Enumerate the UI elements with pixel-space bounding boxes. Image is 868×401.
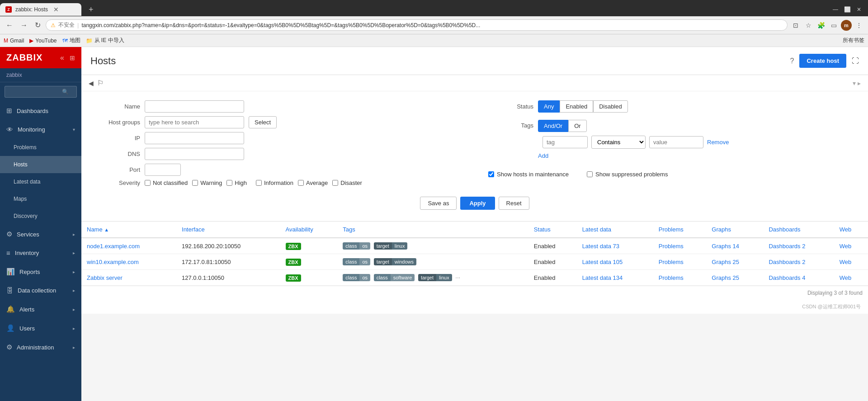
col-latest-data[interactable]: Latest data <box>577 222 653 238</box>
show-suppressed-label[interactable]: Show suppressed problems <box>587 171 668 178</box>
tag-value-input[interactable] <box>649 136 703 148</box>
sidebar-item-monitoring[interactable]: 👁 Monitoring ▾ <box>0 120 81 139</box>
menu-icon[interactable]: ⋮ <box>854 20 864 31</box>
tag-name-input[interactable] <box>542 136 588 148</box>
minimize-button[interactable]: — <box>830 4 841 15</box>
bookmark-youtube[interactable]: ▶ YouTube <box>29 38 57 44</box>
sidebar-item-users[interactable]: 👤 Users ▸ <box>0 319 81 338</box>
row2-web-link[interactable]: Web <box>840 259 852 265</box>
severity-disaster[interactable]: Disaster <box>332 179 362 186</box>
back-button[interactable]: ← <box>4 20 15 31</box>
row3-more-tags[interactable]: ··· <box>455 274 460 281</box>
show-maintenance-checkbox[interactable] <box>488 171 494 177</box>
sidebar-item-services[interactable]: ⚙ Services ▸ <box>0 225 81 244</box>
severity-average[interactable]: Average <box>298 179 328 186</box>
forward-button[interactable]: → <box>18 20 30 31</box>
close-tab-button[interactable]: ✕ <box>53 6 59 13</box>
sidebar-item-hosts[interactable]: Hosts <box>0 156 81 173</box>
col-name[interactable]: Name ▲ <box>81 222 176 238</box>
severity-warning-checkbox[interactable] <box>192 180 198 186</box>
bookmark-maps[interactable]: 🗺 地图 <box>62 37 80 44</box>
row3-graphs-link[interactable]: Graphs 25 <box>712 274 739 281</box>
col-availability[interactable]: Availability <box>280 222 338 238</box>
filter-nav-up-button[interactable]: ▾ <box>853 80 856 87</box>
row3-problems-link[interactable]: Problems <box>659 274 684 281</box>
col-tags[interactable]: Tags <box>337 222 528 238</box>
row1-name-link[interactable]: node1.example.com <box>87 243 140 250</box>
tags-andor-button[interactable]: And/Or <box>538 120 568 132</box>
sidebar-item-administration[interactable]: ⚙ Administration ▸ <box>0 338 81 357</box>
severity-not-classified[interactable]: Not classified <box>145 179 188 186</box>
severity-warning[interactable]: Warning <box>192 179 222 186</box>
row2-problems-link[interactable]: Problems <box>659 259 684 265</box>
address-input[interactable] <box>81 22 783 28</box>
severity-high[interactable]: High <box>226 179 247 186</box>
close-window-button[interactable]: ✕ <box>854 4 864 15</box>
row3-web-link[interactable]: Web <box>840 274 852 281</box>
dns-input[interactable] <box>145 148 244 160</box>
col-web[interactable]: Web <box>834 222 868 238</box>
sidebar-item-latest-data[interactable]: Latest data <box>0 173 81 190</box>
col-interface[interactable]: Interface <box>176 222 280 238</box>
help-button[interactable]: ? <box>790 57 794 65</box>
row3-name-link[interactable]: Zabbix server <box>87 274 123 281</box>
row3-latest-data-link[interactable]: Latest data 134 <box>582 274 623 281</box>
name-input[interactable] <box>145 100 244 113</box>
sidebar-item-data-collection[interactable]: 🗄 Data collection ▸ <box>0 281 81 300</box>
sidebar-item-alerts[interactable]: 🔔 Alerts ▸ <box>0 300 81 319</box>
maximize-button[interactable]: ⬜ <box>842 4 853 15</box>
col-graphs[interactable]: Graphs <box>706 222 763 238</box>
show-suppressed-checkbox[interactable] <box>587 171 593 177</box>
severity-information[interactable]: Information <box>256 179 293 186</box>
severity-disaster-checkbox[interactable] <box>332 180 338 186</box>
sidebar-item-inventory[interactable]: ≡ Inventory ▸ <box>0 244 81 262</box>
host-groups-input[interactable] <box>145 116 244 128</box>
row3-dashboards-link[interactable]: Dashboards 4 <box>769 274 805 281</box>
sidebar-item-discovery[interactable]: Discovery <box>0 208 81 225</box>
reload-button[interactable]: ↻ <box>33 19 43 31</box>
collapse-sidebar-button[interactable]: « <box>60 54 64 62</box>
tag-remove-link[interactable]: Remove <box>707 139 729 146</box>
fullscreen-button[interactable]: ⛶ <box>852 57 859 65</box>
col-dashboards[interactable]: Dashboards <box>763 222 834 238</box>
reset-button[interactable]: Reset <box>499 197 529 210</box>
col-problems[interactable]: Problems <box>653 222 706 238</box>
row1-graphs-link[interactable]: Graphs 14 <box>712 243 739 250</box>
row2-name-link[interactable]: win10.example.com <box>87 259 139 265</box>
bookmark-gmail[interactable]: M Gmail <box>4 38 24 44</box>
status-any-button[interactable]: Any <box>538 100 560 113</box>
sidebar-item-maps[interactable]: Maps <box>0 190 81 208</box>
show-maintenance-label[interactable]: Show hosts in maintenance <box>488 171 569 178</box>
bookmark-import[interactable]: 📁 从 IE 中导入 <box>86 37 124 44</box>
add-tag-link[interactable]: Add <box>538 152 548 159</box>
status-disabled-button[interactable]: Disabled <box>593 100 628 113</box>
severity-high-checkbox[interactable] <box>226 180 232 186</box>
row1-latest-data-link[interactable]: Latest data 73 <box>582 243 619 250</box>
row1-problems-link[interactable]: Problems <box>659 243 684 250</box>
extensions-icon[interactable]: 🧩 <box>816 20 826 31</box>
filter-nav-right-button[interactable]: ▸ <box>858 80 861 87</box>
row1-dashboards-link[interactable]: Dashboards 2 <box>769 243 805 250</box>
status-enabled-button[interactable]: Enabled <box>560 100 593 113</box>
col-status[interactable]: Status <box>528 222 577 238</box>
severity-average-checkbox[interactable] <box>298 180 304 186</box>
active-tab[interactable]: Z zabbix: Hosts ✕ <box>0 3 81 16</box>
row2-latest-data-link[interactable]: Latest data 105 <box>582 259 623 265</box>
new-tab-button[interactable]: + <box>85 5 97 14</box>
sidebar-item-reports[interactable]: 📊 Reports ▸ <box>0 262 81 281</box>
user-avatar[interactable]: m <box>841 20 852 31</box>
bookmark-icon[interactable]: ☆ <box>803 20 814 31</box>
sidebar-item-problems[interactable]: Problems <box>0 139 81 156</box>
screen-cast-icon[interactable]: ⊡ <box>790 20 801 31</box>
filter-back-button[interactable]: ◀ <box>89 80 94 87</box>
filter-icon[interactable]: ⚐ <box>97 79 104 87</box>
row2-graphs-link[interactable]: Graphs 25 <box>712 259 739 265</box>
port-input[interactable] <box>145 164 181 176</box>
tag-operator-select[interactable]: Contains Equals Does not contain Does no… <box>591 136 646 149</box>
severity-information-checkbox[interactable] <box>256 180 262 186</box>
save-as-button[interactable]: Save as <box>420 197 457 210</box>
settings-icon[interactable]: ⊞ <box>70 54 75 61</box>
tags-or-button[interactable]: Or <box>568 120 586 132</box>
row2-dashboards-link[interactable]: Dashboards 2 <box>769 259 805 265</box>
ip-input[interactable] <box>145 132 244 144</box>
